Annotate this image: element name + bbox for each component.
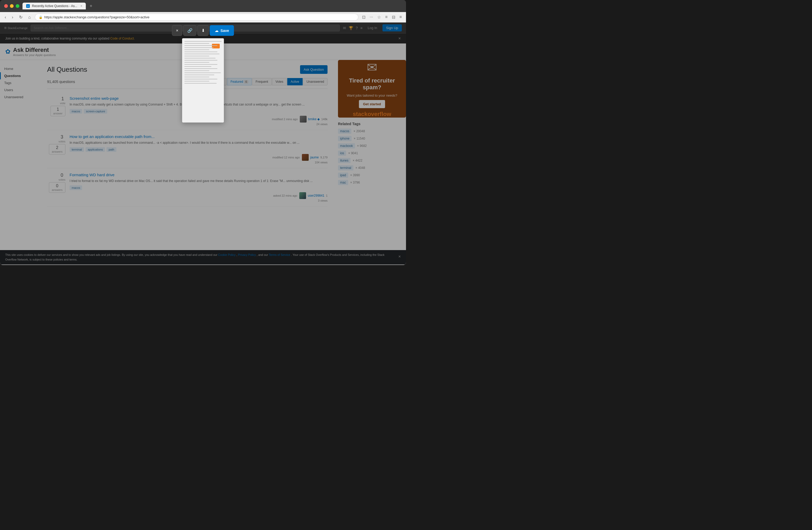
title-bar: A Recently Active Questions - As... × + — [0, 0, 406, 12]
screenshot-link-button[interactable]: 🔗 — [183, 25, 197, 36]
close-traffic-light[interactable] — [4, 4, 8, 8]
tab-favicon: A — [26, 4, 30, 8]
refresh-button[interactable]: ↻ — [17, 14, 24, 21]
active-tab[interactable]: A Recently Active Questions - As... × — [23, 3, 86, 10]
forward-button[interactable]: › — [10, 14, 15, 21]
screenshot-close-button[interactable]: × — [172, 25, 182, 36]
url-bar: ‹ › ↻ ⌂ 🔒 https://apple.stackexchange.co… — [0, 12, 406, 23]
sidebar-toggle-icon[interactable]: ⊟ — [391, 14, 396, 21]
page-content: ⊞ StackExchange ✉ 🏆 ? ≡ Log In Sign Up J… — [0, 23, 406, 265]
traffic-lights — [4, 4, 19, 8]
tab-close-button[interactable]: × — [80, 4, 82, 8]
browser-window: A Recently Active Questions - As... × + … — [0, 0, 406, 265]
menu-icon[interactable]: ≡ — [398, 14, 403, 21]
preview-lines — [182, 39, 224, 122]
tab-bar: A Recently Active Questions - As... × + — [23, 3, 402, 10]
browser-toolbar-icons: ⊡ ··· ☆ ≡ ⊟ ≡ — [361, 14, 403, 21]
maximize-traffic-light[interactable] — [16, 4, 19, 8]
bookmark-list-icon[interactable]: ≡ — [384, 14, 389, 21]
lock-icon: 🔒 — [39, 15, 43, 19]
url-bar-input[interactable]: 🔒 https://apple.stackexchange.com/questi… — [35, 14, 358, 21]
tab-label: Recently Active Questions - As... — [32, 4, 77, 8]
link-icon: 🔗 — [187, 28, 192, 33]
new-tab-button[interactable]: + — [88, 3, 94, 9]
screenshot-preview — [182, 38, 224, 123]
screenshot-toolbar: × 🔗 ⬇ ☁ Save — [172, 25, 234, 36]
home-button[interactable]: ⌂ — [27, 14, 32, 21]
more-options-icon[interactable]: ··· — [368, 14, 374, 21]
bookmark-icon[interactable]: ☆ — [376, 14, 382, 21]
cloud-icon: ☁ — [215, 29, 218, 33]
screenshot-download-button[interactable]: ⬇ — [198, 25, 209, 36]
reader-mode-icon[interactable]: ⊡ — [361, 14, 366, 21]
minimize-traffic-light[interactable] — [10, 4, 14, 8]
download-icon: ⬇ — [201, 28, 205, 33]
screenshot-save-button[interactable]: ☁ Save — [210, 25, 234, 36]
back-button[interactable]: ‹ — [3, 14, 8, 21]
url-text: https://apple.stackexchange.com/question… — [44, 15, 354, 19]
preview-image — [182, 39, 224, 122]
